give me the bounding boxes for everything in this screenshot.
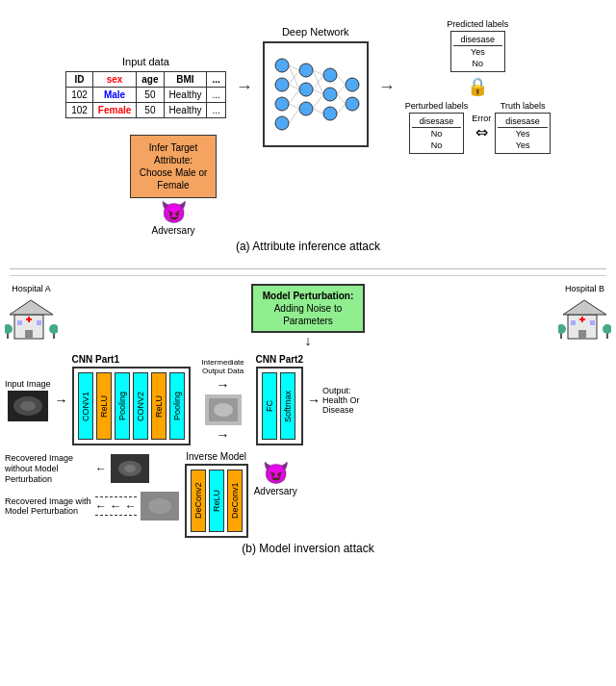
svg-rect-32 bbox=[28, 317, 30, 322]
pooling2-layer: Pooling bbox=[169, 372, 185, 440]
neural-network-diagram bbox=[268, 46, 364, 142]
predicted-no: No bbox=[453, 58, 503, 69]
svg-marker-30 bbox=[10, 300, 53, 315]
svg-line-24 bbox=[313, 109, 323, 114]
output-label: Output: Health Or Disease bbox=[322, 386, 375, 415]
infer-adversary-row: Infer Target Attribute: Choose Male or F… bbox=[130, 135, 217, 236]
recovered-no-perturb-row: Recovered Image without Model Perturbati… bbox=[5, 453, 179, 484]
relu2-layer: ReLU bbox=[151, 372, 167, 440]
svg-rect-33 bbox=[25, 330, 33, 339]
col-more: ... bbox=[207, 71, 225, 87]
conv1-layer: CONV1 bbox=[78, 372, 93, 440]
perturbed-error-truth-row: Perturbed labels disesase No No Error ⇔ bbox=[405, 101, 551, 154]
svg-point-3 bbox=[275, 116, 289, 130]
recovered-with-perturb-image bbox=[141, 492, 179, 521]
deep-network-title: Deep Network bbox=[282, 26, 349, 38]
infer-section: Infer Target Attribute: Choose Male or F… bbox=[130, 135, 217, 236]
right-labels-panel: Predicted labels disesase Yes No 🔒 Pertu… bbox=[405, 19, 551, 154]
svg-line-16 bbox=[289, 89, 299, 104]
svg-point-6 bbox=[299, 102, 313, 115]
truth-yes1: Yes bbox=[498, 128, 548, 140]
deconv2-layer: DeConv2 bbox=[191, 470, 206, 532]
hospital-b-icon bbox=[558, 295, 611, 342]
recovered-no-perturb-label: Recovered Image without Model Perturbati… bbox=[5, 453, 91, 484]
svg-point-56 bbox=[214, 403, 233, 417]
table-row: 102 Male 50 Healthy ... bbox=[66, 87, 226, 102]
relu1-layer: ReLU bbox=[96, 372, 112, 440]
hospital-a-section: Hospital A bbox=[5, 284, 58, 342]
hospital-a-icon bbox=[5, 295, 58, 342]
intermediate-output-image bbox=[205, 394, 242, 425]
arrow-left-solid: ← bbox=[95, 462, 107, 475]
relu-inverse-layer: ReLU bbox=[209, 470, 224, 532]
error-text: Error bbox=[472, 114, 491, 123]
arrow-to-cnn2: → bbox=[217, 377, 230, 393]
predicted-yes: Yes bbox=[453, 46, 503, 58]
part-b-inner: Hospital A bbox=[5, 284, 611, 538]
part-b-section: Hospital A bbox=[10, 275, 606, 563]
predicted-disease-header: disesase bbox=[453, 34, 503, 46]
perturbed-labels-box: disesase No No bbox=[409, 113, 465, 154]
svg-line-14 bbox=[289, 70, 299, 85]
svg-point-5 bbox=[299, 83, 313, 96]
input-data-title: Input data bbox=[122, 56, 169, 67]
deep-network-box bbox=[263, 41, 369, 147]
svg-line-18 bbox=[289, 109, 299, 123]
truth-disease-header: disesase bbox=[498, 115, 548, 128]
cnn-part2-section: CNN Part2 FC Softmax bbox=[256, 354, 303, 445]
perturbed-labels-title: Perturbed labels bbox=[405, 101, 469, 111]
svg-point-11 bbox=[346, 97, 359, 111]
col-id: ID bbox=[66, 71, 93, 87]
recovered-images-section: Recovered Image without Model Perturbati… bbox=[5, 451, 179, 522]
arrow-to-network: → bbox=[236, 77, 253, 97]
deconv1-layer: DeConv1 bbox=[227, 470, 243, 532]
svg-line-21 bbox=[313, 75, 323, 89]
predicted-labels-box: disesase Yes No bbox=[450, 31, 506, 72]
conv2-layer: CONV2 bbox=[133, 372, 148, 440]
truth-yes2: Yes bbox=[498, 140, 548, 151]
part-a-caption: (a) Attribute inference attack bbox=[236, 240, 380, 253]
col-bmi: BMI bbox=[164, 71, 207, 87]
svg-point-59 bbox=[124, 465, 136, 472]
part-b-caption: (b) Model inversion attack bbox=[242, 542, 373, 555]
infer-box-text: Infer Target Attribute: Choose Male or F… bbox=[140, 142, 208, 191]
inverse-model-label: Inverse Model bbox=[186, 451, 246, 462]
perturbed-no2: No bbox=[412, 140, 462, 151]
svg-line-17 bbox=[289, 104, 299, 109]
svg-point-0 bbox=[275, 59, 289, 72]
adversary-label: Adversary bbox=[151, 225, 194, 236]
top-row: Hospital A bbox=[5, 284, 611, 348]
model-perturb-sub2: Parameters bbox=[263, 315, 353, 327]
arrow-to-output: → bbox=[307, 393, 321, 408]
arrow-to-cnn1: → bbox=[55, 393, 68, 408]
svg-point-50 bbox=[603, 324, 611, 334]
svg-point-53 bbox=[20, 401, 36, 411]
svg-point-1 bbox=[275, 78, 289, 91]
intermediate-label: Intermediate Output Data bbox=[194, 358, 252, 375]
svg-point-48 bbox=[558, 324, 566, 334]
predicted-labels-title: Predicted labels bbox=[447, 19, 508, 29]
svg-line-23 bbox=[313, 94, 323, 109]
perturbed-disease-header: disesase bbox=[412, 115, 462, 128]
svg-rect-35 bbox=[37, 320, 41, 325]
infer-box: Infer Target Attribute: Choose Male or F… bbox=[130, 135, 217, 198]
svg-point-62 bbox=[148, 498, 171, 514]
error-label-section: Error ⇔ bbox=[472, 114, 491, 141]
fc-layer: FC bbox=[262, 372, 277, 440]
svg-point-37 bbox=[5, 324, 13, 334]
svg-point-7 bbox=[323, 68, 337, 82]
perturbed-labels-column: Perturbed labels disesase No No bbox=[405, 101, 469, 154]
perturbed-no1: No bbox=[412, 128, 462, 140]
softmax-layer: Softmax bbox=[280, 372, 295, 440]
arrow-to-cnn2-b: → bbox=[217, 427, 230, 443]
svg-point-39 bbox=[49, 324, 58, 334]
main-container: Input data ID sex age BMI ... 102 bbox=[0, 0, 616, 572]
svg-line-28 bbox=[337, 104, 346, 114]
model-perturbation-section: Model Perturbation: Adding Noise to Para… bbox=[251, 284, 365, 348]
svg-rect-44 bbox=[578, 330, 586, 339]
input-image-label: Input Image bbox=[5, 379, 51, 389]
recovered-with-perturb-row: Recovered Image with Model Perturbation … bbox=[5, 492, 179, 521]
output-section: → Output: Health Or Disease bbox=[307, 386, 375, 415]
pooling1-layer: Pooling bbox=[115, 372, 130, 440]
input-data-table: ID sex age BMI ... 102 Male 50 Healthy bbox=[65, 71, 226, 118]
